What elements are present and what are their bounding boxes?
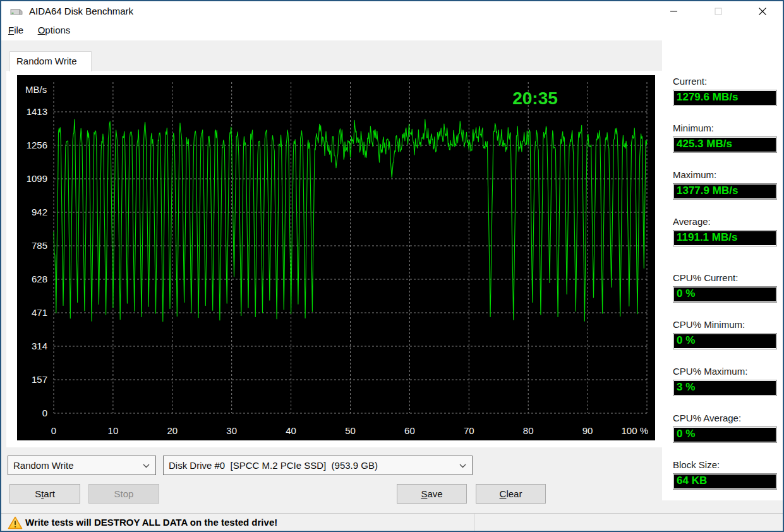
maximize-button[interactable] [704, 2, 733, 21]
svg-text:1256: 1256 [27, 140, 47, 150]
svg-text:60: 60 [404, 425, 415, 436]
svg-text:20:35: 20:35 [512, 88, 558, 108]
stat-value-average: 1191.1 MB/s [673, 230, 777, 246]
svg-text:785: 785 [32, 240, 47, 251]
svg-text:40: 40 [286, 425, 296, 436]
svg-text:50: 50 [345, 425, 356, 436]
window-title: AIDA64 Disk Benchmark [29, 6, 133, 16]
chevron-down-icon [143, 464, 150, 468]
stat-label-cpu-minimum: CPU% Minimum: [673, 319, 780, 330]
status-bar-divider [474, 514, 474, 532]
svg-text:20: 20 [167, 425, 178, 436]
app-disk-drive-icon [9, 7, 23, 17]
menu-bar: File Options [1, 21, 783, 40]
svg-text:0: 0 [51, 425, 56, 436]
stat-value-minimum: 425.3 MB/s [673, 136, 777, 153]
svg-text:1099: 1099 [27, 173, 47, 184]
chevron-down-icon [459, 464, 466, 468]
stat-value-maximum: 1377.9 MB/s [673, 183, 777, 200]
minimize-button[interactable] [660, 2, 689, 21]
svg-text:628: 628 [32, 274, 47, 284]
start-button[interactable]: Start [9, 484, 80, 504]
status-warning-text: Write tests will DESTROY ALL DATA on the… [25, 517, 277, 528]
stat-label-cpu-current: CPU% Current: [673, 272, 780, 284]
drive-combobox[interactable]: Disk Drive #0 [SPCC M.2 PCIe SSD] (953.9… [163, 456, 473, 475]
stat-value-cpu-maximum: 3 % [673, 380, 777, 396]
stat-label-average: Average: [673, 216, 780, 227]
close-button[interactable] [748, 2, 777, 21]
stat-value-cpu-current: 0 % [673, 286, 777, 303]
svg-text:1413: 1413 [27, 106, 47, 117]
save-button[interactable]: Save [397, 484, 467, 504]
svg-text:90: 90 [582, 425, 593, 436]
svg-text:314: 314 [32, 341, 47, 351]
drive-value: Disk Drive #0 [SPCC M.2 PCIe SSD] (953.9… [169, 460, 378, 471]
svg-text:942: 942 [32, 207, 47, 217]
svg-text:471: 471 [32, 307, 47, 318]
stat-value-block-size: 64 KB [673, 473, 777, 490]
svg-text:100 %: 100 % [621, 425, 648, 436]
test-type-combobox[interactable]: Random Write [8, 456, 156, 475]
app-window: AIDA64 Disk Benchmark File Options Rando… [0, 0, 784, 532]
test-type-value: Random Write [13, 460, 74, 471]
stat-label-current: Current: [673, 76, 780, 87]
svg-text:10: 10 [108, 425, 119, 436]
menu-file[interactable]: File [3, 21, 29, 39]
stat-value-cpu-minimum: 0 % [673, 333, 777, 349]
stat-label-minimum: Minimum: [673, 123, 780, 134]
stat-label-block-size: Block Size: [673, 459, 780, 471]
stat-label-cpu-maximum: CPU% Maximum: [673, 366, 780, 377]
close-icon [759, 8, 766, 15]
title-bar: AIDA64 Disk Benchmark [1, 1, 783, 21]
minimize-icon [670, 8, 678, 15]
svg-text:80: 80 [523, 425, 534, 436]
maximize-icon [715, 8, 722, 15]
benchmark-chart-svg: MB/s015731447162878594210991256141301020… [17, 75, 655, 440]
stop-button: Stop [88, 484, 159, 504]
svg-text:0: 0 [42, 408, 47, 418]
tab-strip [1, 40, 662, 71]
benchmark-chart: MB/s015731447162878594210991256141301020… [17, 75, 655, 440]
svg-text:70: 70 [464, 425, 474, 436]
stat-value-current: 1279.6 MB/s [673, 90, 777, 106]
stat-label-cpu-average: CPU% Average: [673, 413, 780, 424]
warning-icon [8, 516, 23, 529]
svg-text:157: 157 [32, 374, 47, 385]
tab-random-write[interactable]: Random Write [9, 51, 92, 71]
menu-options[interactable]: Options [32, 21, 76, 39]
svg-text:30: 30 [226, 425, 237, 436]
stat-label-maximum: Maximum: [673, 169, 780, 181]
svg-text:MB/s: MB/s [25, 84, 47, 95]
stat-value-cpu-average: 0 % [673, 426, 777, 443]
clear-button[interactable]: Clear [476, 484, 546, 504]
